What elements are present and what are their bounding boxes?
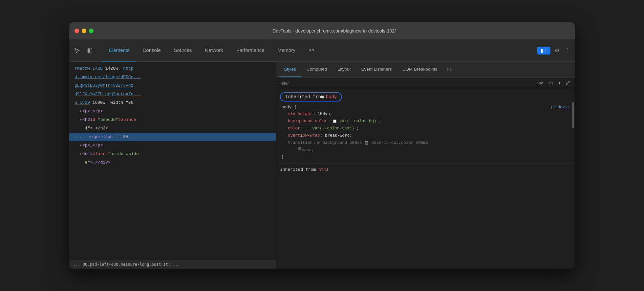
titlebar: DevTools - developer.chrome.com/blog/new… <box>69 22 575 39</box>
dom-line[interactable]: ▶ <p>…</p> <box>69 141 276 150</box>
css-prop-transition: transition : ▶ background 500ms ease-in-… <box>281 139 569 146</box>
expand-icon: ▶ <box>80 150 82 158</box>
dom-line[interactable]: ▶ <p> … </p> <box>69 107 276 116</box>
content-area: rmat&w=1428 1428w, http d.imgix.net/imag… <box>69 62 575 269</box>
tab-elements[interactable]: Elements <box>102 39 136 61</box>
styles-panel: Styles Computed Layout Event Listeners D… <box>276 62 575 269</box>
tab-layout[interactable]: Layout <box>332 62 356 77</box>
dom-line-selected[interactable]: ... ▶ <p>…</p> == $0 <box>69 133 276 141</box>
devtools-window: DevTools - developer.chrome.com/blog/new… <box>69 22 575 269</box>
tab-computed[interactable]: Computed <box>301 62 332 77</box>
dom-link[interactable]: d.imgix.net/image/dPDCe... <box>75 74 141 81</box>
css-prop-color: color : var(--color-text) ; <box>281 125 569 132</box>
css-prop-overflow-wrap: overflow-wrap : break-word; <box>281 132 569 139</box>
feedback-badge[interactable]: ▮ 1 <box>537 47 550 55</box>
tab-sources[interactable]: Sources <box>167 39 199 61</box>
minimize-button[interactable] <box>82 29 86 33</box>
dom-line: d9lJKcYw2FU.png?auto=fo... <box>69 90 276 99</box>
device-toggle-icon[interactable] <box>85 45 96 56</box>
devtools-panel: Elements Console Sources Network Perform… <box>69 39 575 269</box>
css-prop-background-color: background-color : var(--color-bg) ; <box>281 118 569 125</box>
css-rule-body: body { (index): min-height : 100vh; back… <box>276 103 575 164</box>
tab-more[interactable]: >> <box>302 39 321 61</box>
refresh-icon[interactable] <box>564 80 571 87</box>
filter-badges: :hov .cls + <box>534 79 571 87</box>
styles-more-tabs[interactable]: >> <box>444 67 455 73</box>
styles-content: Inherited from body body { (index): min-… <box>276 89 575 269</box>
expand-icon: ▶ <box>80 116 82 123</box>
traffic-lights <box>75 29 94 33</box>
tab-styles[interactable]: Styles <box>279 62 301 77</box>
ease-checkbox[interactable] <box>365 141 368 145</box>
dom-line: d.imgix.net/image/dPDCe... <box>69 73 276 81</box>
tab-dom-breakpoints[interactable]: DOM Breakpoints <box>397 62 443 77</box>
cls-filter[interactable]: .cls <box>546 80 555 86</box>
inherited-header: Inherited from body <box>276 89 575 103</box>
inherited-badge: Inherited from body <box>280 92 342 101</box>
css-selector[interactable]: body { <box>281 105 297 110</box>
tab-performance[interactable]: Performance <box>230 39 271 61</box>
hov-filter[interactable]: :hov <box>534 80 544 86</box>
breadcrumb: ... 00.pad-left-400.measure-long.post.st… <box>69 260 276 269</box>
main-tabs: Elements Console Sources Network Perform… <box>102 39 537 61</box>
settings-icon[interactable]: ⚙ <box>553 46 561 56</box>
dom-link[interactable]: http <box>123 65 133 72</box>
filter-bar: :hov .cls + <box>276 78 575 89</box>
tab-console[interactable]: Console <box>136 39 167 61</box>
css-prop-min-height: min-height : 100vh; <box>281 110 569 118</box>
dom-line[interactable]: ▶ <h2 id= "pseudo" tabinde <box>69 116 276 124</box>
dom-line[interactable]: 1">…</h2> <box>69 124 276 133</box>
dom-tree: rmat&w=1428 1428w, http d.imgix.net/imag… <box>69 62 276 260</box>
inspect-icon[interactable] <box>72 45 82 56</box>
expand-icon: ▶ <box>80 108 82 115</box>
inherited-from-html: Inherited from html <box>276 164 575 174</box>
dom-line: w=1600 1600w" width="80 <box>69 99 276 107</box>
maximize-button[interactable] <box>89 29 94 33</box>
tab-event-listeners[interactable]: Event Listeners <box>356 62 397 77</box>
dom-link[interactable]: gLQPGtEG3y0fTn4v82/3vhz <box>75 82 133 89</box>
dom-line[interactable]: e" >…</div> <box>69 158 276 167</box>
toolbar-icons <box>72 45 101 56</box>
filter-input[interactable] <box>279 81 534 86</box>
tab-network[interactable]: Network <box>199 39 230 61</box>
color-swatch-text[interactable] <box>306 127 309 130</box>
css-source-link[interactable]: (index): <box>550 105 569 110</box>
ease-checkbox-2[interactable] <box>298 147 301 150</box>
toolbar-right: ▮ 1 ⚙ ⋮ <box>537 46 572 56</box>
css-prop-transition-cont: ease; <box>281 146 569 154</box>
styles-tabs: Styles Computed Layout Event Listeners D… <box>276 62 575 78</box>
dom-panel: rmat&w=1428 1428w, http d.imgix.net/imag… <box>69 62 276 269</box>
dom-line[interactable]: ▶ <div class= "aside aside <box>69 150 276 158</box>
close-button[interactable] <box>75 29 79 33</box>
scrollbar-thumb[interactable] <box>572 102 574 128</box>
add-style-rule[interactable]: + <box>557 79 562 87</box>
dom-line: gLQPGtEG3y0fTn4v82/3vhz <box>69 81 276 90</box>
window-title: DevTools - developer.chrome.com/blog/new… <box>99 28 569 34</box>
dom-link[interactable]: w=1600 <box>75 99 90 106</box>
dom-link[interactable]: d9lJKcYw2FU.png?auto=fo... <box>75 91 141 98</box>
expand-icon: ▶ <box>90 133 92 141</box>
dom-line: rmat&w=1428 1428w, http <box>69 64 276 73</box>
main-toolbar: Elements Console Sources Network Perform… <box>69 39 575 62</box>
color-swatch-bg[interactable] <box>333 120 336 123</box>
tab-memory[interactable]: Memory <box>271 39 302 61</box>
more-options-icon[interactable]: ⋮ <box>564 46 572 56</box>
css-rule-close: } <box>281 154 569 161</box>
expand-icon: ▶ <box>80 142 82 149</box>
dom-link[interactable]: rmat&w=1428 <box>75 65 103 72</box>
